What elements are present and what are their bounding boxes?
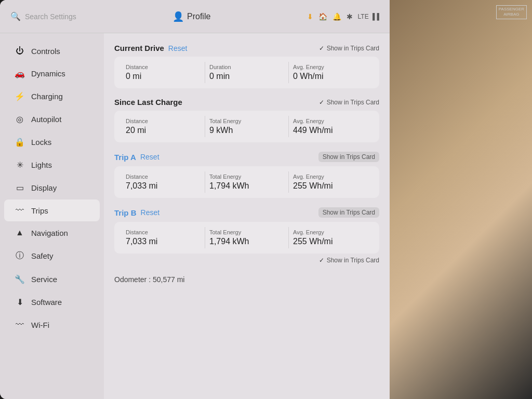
- sidebar-label-service: Service: [31, 275, 57, 284]
- status-icons: ⬇ 🏠 🔔 ✱ LTE ▐▐: [307, 12, 379, 21]
- sidebar-item-charging[interactable]: ⚡ Charging: [4, 85, 100, 108]
- trip-b-distance-value: 7,033 mi: [126, 237, 201, 246]
- trip-b-title: Trip B: [114, 208, 137, 217]
- odometer-text: Odometer : 50,577 mi: [114, 275, 184, 284]
- profile-button[interactable]: 👤 Profile: [172, 11, 210, 22]
- trip-a-energy-value: 1,794 kWh: [209, 181, 284, 191]
- airbag-label: PASSENGER AIRBAG: [496, 5, 527, 19]
- locks-icon: 🔒: [15, 137, 25, 147]
- trip-a-avg-label: Avg. Energy: [293, 174, 368, 180]
- sidebar-item-dynamics[interactable]: 🚗 Dynamics: [4, 62, 100, 85]
- odometer: Odometer : 50,577 mi: [114, 273, 379, 286]
- service-icon: 🔧: [15, 274, 25, 284]
- current-drive-duration-label: Duration: [209, 64, 284, 70]
- trip-a-section: Trip A Reset Show in Trips Card Distance…: [114, 152, 379, 198]
- navigation-icon: ▲: [15, 228, 25, 237]
- current-drive-energy-value: 0 Wh/mi: [293, 72, 368, 81]
- current-drive-duration-value: 0 min: [209, 72, 284, 81]
- sidebar-item-safety[interactable]: ⓘ Safety: [4, 244, 100, 268]
- safety-icon: ⓘ: [15, 250, 25, 261]
- trip-b-energy-label: Total Energy: [209, 229, 284, 235]
- current-drive-reset[interactable]: Reset: [168, 44, 188, 52]
- current-drive-show-trips[interactable]: ✓ Show in Trips Card: [319, 45, 379, 52]
- lights-icon: ✳: [15, 160, 25, 170]
- profile-icon: 👤: [172, 11, 184, 22]
- trip-b-avg-label: Avg. Energy: [293, 229, 368, 235]
- trip-b-reset[interactable]: Reset: [141, 208, 160, 217]
- trip-a-energy: Total Energy 1,794 kWh: [205, 171, 289, 193]
- current-drive-duration: Duration 0 min: [205, 62, 289, 83]
- sidebar-item-software[interactable]: ⬇ Software: [4, 291, 100, 313]
- slc-avg-value: 449 Wh/mi: [293, 126, 368, 135]
- search-area[interactable]: 🔍 Search Settings: [10, 11, 76, 21]
- slc-avg-label: Avg. Energy: [293, 118, 368, 124]
- trip-a-show-trips[interactable]: Show in Trips Card: [318, 152, 379, 162]
- trip-b-show-trips-label: Show in Trips Card: [323, 209, 375, 216]
- since-last-charge-energy: Total Energy 9 kWh: [205, 116, 289, 137]
- current-drive-title: Current Drive: [114, 44, 164, 52]
- trip-a-title: Trip A: [114, 153, 136, 162]
- trip-a-card: Distance 7,033 mi Total Energy 1,794 kWh…: [114, 166, 379, 198]
- trips-icon: 〰: [15, 206, 25, 215]
- trip-a-show-trips-label: Show in Trips Card: [323, 153, 375, 161]
- current-drive-show-trips-label: Show in Trips Card: [327, 45, 379, 52]
- sidebar-label-display: Display: [31, 183, 57, 192]
- since-last-charge-check-icon: ✓: [319, 99, 324, 106]
- trip-b-energy-value: 1,794 kWh: [209, 237, 284, 246]
- bluetooth-icon: ✱: [347, 12, 353, 21]
- signal-icon: LTE ▐▐: [358, 13, 379, 20]
- current-drive-distance: Distance 0 mi: [122, 62, 205, 83]
- since-last-charge-title: Since Last Charge: [114, 98, 182, 107]
- sidebar-label-safety: Safety: [31, 251, 54, 260]
- autopilot-icon: ◎: [15, 114, 25, 124]
- since-last-charge-show-trips[interactable]: ✓ Show in Trips Card: [319, 99, 379, 106]
- trip-b-avg-energy: Avg. Energy 255 Wh/mi: [289, 227, 372, 248]
- sidebar-label-trips: Trips: [31, 206, 48, 215]
- sidebar-item-autopilot[interactable]: ◎ Autopilot: [4, 108, 100, 130]
- current-drive-distance-label: Distance: [126, 64, 201, 70]
- sidebar-item-display[interactable]: ▭ Display: [4, 177, 100, 199]
- trip-b-show-trips[interactable]: Show in Trips Card: [318, 207, 379, 218]
- controls-icon: ⏻: [15, 46, 25, 56]
- since-last-charge-section: Since Last Charge ✓ Show in Trips Card D…: [114, 98, 379, 142]
- search-placeholder: Search Settings: [25, 12, 76, 21]
- trip-b-show-trips-bottom-label: Show in Trips Card: [327, 257, 379, 264]
- trip-a-avg-energy: Avg. Energy 255 Wh/mi: [289, 171, 372, 193]
- download-icon: ⬇: [307, 12, 313, 21]
- sidebar-item-navigation[interactable]: ▲ Navigation: [4, 222, 100, 244]
- trip-a-avg-value: 255 Wh/mi: [293, 181, 368, 191]
- top-bar: 🔍 Search Settings 👤 Profile ⬇ 🏠 🔔 ✱ LTE …: [0, 0, 390, 33]
- trip-b-avg-value: 255 Wh/mi: [293, 237, 368, 246]
- sidebar-label-controls: Controls: [31, 47, 60, 56]
- current-drive-energy-label: Avg. Energy: [293, 64, 368, 70]
- dynamics-icon: 🚗: [15, 69, 25, 78]
- since-last-charge-distance: Distance 20 mi: [122, 116, 205, 137]
- sidebar-item-controls[interactable]: ⏻ Controls: [4, 40, 100, 62]
- trip-b-header: Trip B Reset Show in Trips Card: [114, 207, 379, 218]
- since-last-charge-show-trips-label: Show in Trips Card: [327, 99, 379, 106]
- software-icon: ⬇: [15, 297, 25, 307]
- trip-a-reset[interactable]: Reset: [140, 153, 159, 161]
- trip-a-distance-label: Distance: [126, 174, 201, 180]
- trip-b-distance: Distance 7,033 mi: [122, 227, 205, 248]
- home-icon: 🏠: [318, 12, 327, 21]
- sidebar-label-navigation: Navigation: [31, 229, 68, 237]
- current-drive-section: Current Drive Reset ✓ Show in Trips Card…: [114, 44, 379, 88]
- since-last-charge-header: Since Last Charge ✓ Show in Trips Card: [114, 98, 379, 107]
- sidebar-item-trips[interactable]: 〰 Trips: [4, 200, 100, 221]
- charging-icon: ⚡: [15, 91, 25, 101]
- sidebar-item-wifi[interactable]: 〰 Wi-Fi: [4, 314, 100, 336]
- since-last-charge-card: Distance 20 mi Total Energy 9 kWh Avg. E…: [114, 111, 379, 142]
- trip-b-show-trips-bottom[interactable]: ✓ Show in Trips Card: [319, 257, 379, 264]
- sidebar-item-service[interactable]: 🔧 Service: [4, 268, 100, 290]
- trip-b-section: Trip B Reset Show in Trips Card Distance…: [114, 207, 379, 264]
- sidebar-label-lights: Lights: [31, 161, 52, 169]
- sidebar-item-locks[interactable]: 🔒 Locks: [4, 131, 100, 153]
- wifi-icon: 〰: [15, 320, 25, 329]
- trip-b-energy: Total Energy 1,794 kWh: [205, 227, 289, 248]
- trip-b-check-icon: ✓: [319, 257, 324, 264]
- main-layout: ⏻ Controls 🚗 Dynamics ⚡ Charging ◎ Autop…: [0, 33, 390, 399]
- sidebar-label-software: Software: [31, 298, 62, 307]
- content-area: Current Drive Reset ✓ Show in Trips Card…: [104, 33, 390, 399]
- sidebar-item-lights[interactable]: ✳ Lights: [4, 154, 100, 176]
